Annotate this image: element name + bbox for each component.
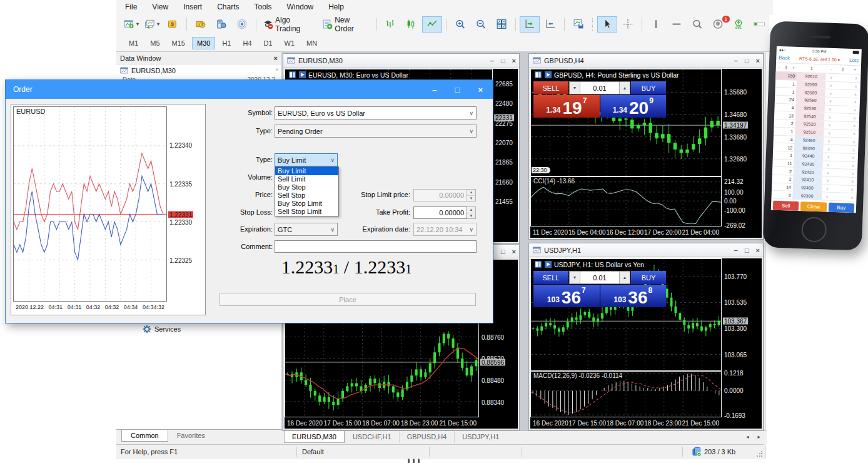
close-position-button[interactable]: Close <box>800 201 827 211</box>
expiration-combo[interactable]: GTC∨ <box>275 223 338 236</box>
chevron-up-icon[interactable]: ∧ <box>834 145 858 153</box>
plus-button[interactable]: + <box>854 68 856 72</box>
notifications-button[interactable]: 1 <box>708 16 728 33</box>
chevron-up-icon[interactable]: ∧ <box>837 82 860 90</box>
close-button[interactable]: × <box>512 57 516 64</box>
take-profit-field[interactable]: 0.00000 <box>413 206 467 219</box>
resize-grip[interactable] <box>756 451 762 457</box>
volume-down-icon[interactable]: ▼ <box>570 82 580 94</box>
close-button[interactable]: × <box>756 247 760 254</box>
m30-timeframe-button[interactable]: M30 <box>192 37 215 49</box>
gbpusd-chart[interactable]: 1.356801.346801.341971.336801.32680CCI(1… <box>530 69 762 238</box>
close-icon[interactable]: × <box>274 54 278 62</box>
chevron-down-icon[interactable]: ∨ <box>824 105 835 113</box>
line-chart-button[interactable] <box>422 16 442 33</box>
h4-timeframe-button[interactable]: H4 <box>238 37 256 49</box>
menu-item[interactable]: Window <box>287 3 314 11</box>
place-button[interactable]: Place <box>220 293 476 306</box>
volume-down-icon[interactable]: ▼ <box>570 272 580 283</box>
chevron-up-icon[interactable]: ∧ <box>834 153 858 161</box>
maximize-button[interactable]: □ <box>501 57 505 64</box>
lvl-button[interactable]: LVL <box>729 16 749 33</box>
chevron-down-icon[interactable]: ∨ <box>823 153 834 160</box>
data-window-symbol-row[interactable]: EURUSD,M30 ^ <box>116 64 281 76</box>
one-click-trading-icon[interactable] <box>298 71 306 79</box>
navigator-item-services[interactable]: Services <box>143 325 181 333</box>
volume-stepper[interactable]: ▼ 0.01 ▲ <box>569 271 630 284</box>
common-tab[interactable]: Common <box>121 430 168 442</box>
sell-stop-limit-option[interactable]: Sell Stop Limit <box>275 208 338 216</box>
menu-item[interactable]: View <box>152 3 168 11</box>
back-button[interactable]: Back <box>779 55 790 61</box>
comment-input[interactable] <box>275 240 477 253</box>
chevron-down-icon[interactable]: ∨ <box>825 81 837 89</box>
sell-button[interactable]: Sell <box>773 201 799 211</box>
h1-timeframe-button[interactable]: H1 <box>217 37 236 49</box>
expiration-date-combo[interactable]: 22.12.20 10:34∨ <box>413 223 477 236</box>
volume-up-icon[interactable]: ▲ <box>619 272 630 283</box>
chevron-down-icon[interactable]: ∨ <box>824 113 835 121</box>
type-combo[interactable]: Pending Order∨ <box>275 125 477 138</box>
minimize-button[interactable]: – <box>490 57 494 64</box>
lots-button[interactable]: Lots <box>849 58 859 64</box>
buy-button[interactable]: Buy <box>828 203 854 213</box>
order-type-combo[interactable]: Buy Limit∨ <box>275 153 338 166</box>
tab-scroll-right-icon[interactable]: ▸ <box>757 434 760 440</box>
stop-limit-price-field[interactable]: 0.00000 <box>413 189 467 201</box>
sell-price[interactable]: 103 36 7 <box>533 285 600 307</box>
instrument-title[interactable]: RTS-6.16, sell 1.00 ▾ <box>790 56 849 63</box>
minimize-button[interactable]: – <box>432 85 437 94</box>
window-titlebar[interactable]: EURUSD,M30 –□× <box>283 54 519 68</box>
symbols-button[interactable]: $ <box>163 16 183 33</box>
connection-meter-button[interactable] <box>749 16 769 33</box>
close-button[interactable]: × <box>512 248 516 255</box>
scroll-up-icon[interactable]: ^ <box>276 68 278 74</box>
chevron-up-icon[interactable]: ∧ <box>835 130 859 138</box>
chart-shift-button[interactable] <box>540 16 560 33</box>
chart-plot[interactable]: MACD(12,26,9) -0.0236 -0.0114 <box>530 371 722 417</box>
chevron-up-icon[interactable]: ∧ <box>836 98 860 106</box>
one-click-trading-icon[interactable] <box>544 71 552 79</box>
cursor-button[interactable] <box>597 16 617 33</box>
templates-button[interactable] <box>568 16 588 33</box>
stop-limit-spinner[interactable]: ▲▼ <box>467 189 476 201</box>
menu-item[interactable]: Insert <box>183 3 202 11</box>
sell-stop-option[interactable]: Sell Stop <box>275 191 338 200</box>
usdchf-h1-chart-tab[interactable]: USDCHF,H1 <box>345 431 399 443</box>
chevron-down-icon[interactable]: ∨ <box>825 98 836 105</box>
maximize-button[interactable]: □ <box>745 57 749 64</box>
sell-limit-option[interactable]: Sell Limit <box>275 175 338 183</box>
profiles-button[interactable]: ▾ <box>142 16 162 33</box>
chevron-down-icon[interactable]: ∨ <box>825 89 836 97</box>
chevron-down-icon[interactable]: ∨ <box>822 161 834 168</box>
menu-item[interactable]: File <box>125 3 137 11</box>
chevron-up-icon[interactable]: ∧ <box>835 106 859 114</box>
minus-button[interactable]: - <box>830 67 832 71</box>
gbpusd-h4-chart-tab[interactable]: GBPUSD,H4 <box>399 431 455 443</box>
minimize-button[interactable]: – <box>734 57 738 64</box>
sell-button[interactable]: SELL <box>533 81 568 94</box>
chevron-up-icon[interactable]: ∧ <box>834 169 857 177</box>
m15-timeframe-button[interactable]: M15 <box>167 37 190 49</box>
chevron-down-icon[interactable]: ∨ <box>822 185 833 192</box>
menu-item[interactable]: Charts <box>217 3 239 11</box>
one-click-trading-icon[interactable] <box>544 260 552 268</box>
volume-up-icon[interactable]: ▲ <box>619 82 630 94</box>
maximize-button[interactable]: □ <box>745 247 749 254</box>
favorites-tab[interactable]: Favorites <box>168 430 214 441</box>
symbol-combo[interactable]: EURUSD, Euro vs US Dollar∨ <box>275 106 477 120</box>
w1-timeframe-button[interactable]: W1 <box>280 37 300 49</box>
chevron-up-icon[interactable]: ∧ <box>832 193 856 201</box>
d1-timeframe-button[interactable]: D1 <box>259 37 278 49</box>
vertical-line-button[interactable] <box>646 16 666 33</box>
buy-limit-option[interactable]: Buy Limit <box>275 167 338 175</box>
chevron-down-icon[interactable]: ∨ <box>824 129 835 136</box>
chevron-down-icon[interactable]: ∨ <box>823 145 834 153</box>
minus-button[interactable]: - <box>779 65 780 69</box>
close-button[interactable]: × <box>478 85 483 94</box>
close-button[interactable]: × <box>756 57 760 64</box>
chevron-down-icon[interactable]: ∨ <box>822 176 833 184</box>
menu-item[interactable]: Help <box>328 3 344 11</box>
new-order-button[interactable]: New Order <box>320 16 373 33</box>
algo-trading-button[interactable]: Algo Trading <box>260 16 319 33</box>
